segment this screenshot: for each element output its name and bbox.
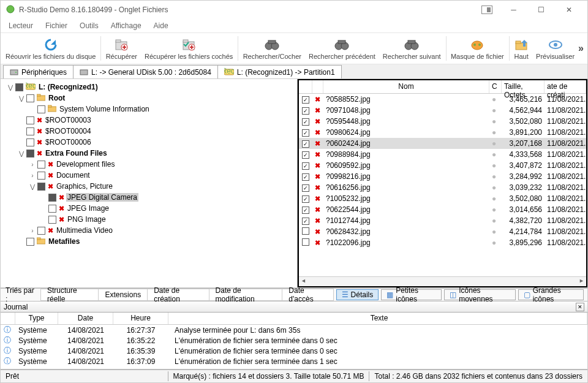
tree-twisty[interactable]: ⋁: [17, 95, 26, 102]
menu-affichage[interactable]: Affichage: [105, 20, 148, 32]
view-button-détails[interactable]: ☰Détails: [336, 289, 379, 300]
toolbar-findprev-button[interactable]: Rechercher précédent: [305, 34, 379, 63]
tree-twisty[interactable]: ⋁: [28, 183, 37, 190]
file-row[interactable]: ✓✖?1005232.jpg●3,502,08011/08/2021.: [299, 193, 586, 204]
file-row[interactable]: ✓✖?0616256.jpg●3,039,23211/08/2021.: [299, 182, 586, 193]
tree-twisty[interactable]: ⋁: [17, 150, 26, 157]
tree-checkbox[interactable]: [26, 150, 34, 157]
file-checkbox[interactable]: ✓: [302, 129, 309, 137]
minimize-button[interactable]: ─: [500, 1, 527, 19]
file-checkbox[interactable]: [302, 227, 309, 235]
file-checkbox[interactable]: ✓: [302, 118, 309, 126]
view-button-petites-icônes[interactable]: ▦Petites icônes: [381, 289, 442, 300]
tree-twisty[interactable]: ›: [28, 227, 37, 234]
toolbar-filemask-button[interactable]: Masque de fichier: [447, 34, 508, 63]
tab-1[interactable]: L: -> General UDisk 5.00 : 2d6d5084: [73, 65, 218, 78]
file-checkbox[interactable]: [302, 238, 309, 246]
file-checkbox[interactable]: ✓: [302, 140, 309, 148]
toolbar-recoverchk-button[interactable]: Récupérer les fichiers cochés: [141, 34, 236, 63]
jcol-text[interactable]: Texte: [168, 313, 587, 324]
menu-outils[interactable]: Outils: [74, 20, 105, 32]
tree-node[interactable]: ✖PNG Image: [2, 214, 296, 225]
file-row[interactable]: ✓✖?0609592.jpg●3,407,87211/08/2021.: [299, 160, 586, 171]
file-checkbox[interactable]: ✓: [302, 162, 309, 170]
tree-node[interactable]: ⋁Rec.L: (Recognized1): [2, 82, 296, 93]
tree-node[interactable]: ⋁Root: [2, 93, 296, 104]
tree-checkbox[interactable]: [48, 216, 56, 224]
tree-node[interactable]: ›✖Document: [2, 170, 296, 181]
col-name[interactable]: Nom: [323, 80, 489, 93]
file-row[interactable]: ✖?0628432.jpg●4,214,78411/08/2021.: [299, 226, 586, 237]
tree-checkbox[interactable]: [26, 94, 34, 102]
file-row[interactable]: ✓✖?0980624.jpg●3,891,20011/08/2021.: [299, 127, 586, 138]
file-row[interactable]: ✓✖?0602424.jpg●3,207,16811/08/2021.: [299, 138, 586, 149]
file-row[interactable]: ✓✖?0622544.jpg●3,014,65611/08/2021.: [299, 204, 586, 215]
file-list-header[interactable]: Nom C Taille, Octets ate de créati: [299, 80, 586, 94]
file-list-body[interactable]: ✓✖?0588552.jpg●3,465,21611/08/2021.✓✖?09…: [299, 94, 586, 276]
toolbar-findmark-button[interactable]: Rechercher/Cocher: [239, 34, 305, 63]
jcol-time[interactable]: Heure: [113, 313, 168, 324]
tree-checkbox[interactable]: [15, 83, 23, 91]
menu-aide[interactable]: Aide: [148, 20, 175, 32]
tree-checkbox[interactable]: [48, 194, 56, 202]
tree-node[interactable]: System Volume Information: [2, 104, 296, 115]
tree-node[interactable]: ⋁✖Graphics, Picture: [2, 181, 296, 192]
journal-row[interactable]: ⓘSystème14/08/202116:37:09L'énumération …: [1, 356, 587, 366]
tab-2[interactable]: Rec.L: (Recognized1) -> Partition1: [217, 65, 342, 78]
tree-checkbox[interactable]: [48, 205, 56, 213]
toolbar-preview-button[interactable]: Prévisualiser: [532, 34, 578, 63]
sort-button[interactable]: Date de modification: [209, 289, 283, 301]
file-row[interactable]: ✓✖?0971048.jpg●4,562,94411/08/2021.: [299, 105, 586, 116]
file-checkbox[interactable]: ✓: [302, 195, 309, 203]
tree-node[interactable]: ✖JPEG Digital Camera: [2, 192, 296, 203]
sort-button[interactable]: Date d'accès: [282, 289, 333, 301]
toolbar-overflow-button[interactable]: »: [578, 43, 584, 54]
file-row[interactable]: ✓✖?0595448.jpg●3,502,08011/08/2021.: [299, 116, 586, 127]
journal-close-button[interactable]: ✕: [576, 303, 584, 311]
tree-node[interactable]: ›✖Multimedia Video: [2, 225, 296, 236]
tree-node[interactable]: Metafiles: [2, 236, 296, 247]
tree-checkbox[interactable]: [26, 116, 34, 124]
tree-checkbox[interactable]: [26, 138, 34, 146]
folder-tree[interactable]: ⋁Rec.L: (Recognized1)⋁RootSystem Volume …: [1, 79, 298, 287]
horizontal-scrollbar[interactable]: [299, 276, 586, 286]
maximize-button[interactable]: ☐: [527, 1, 555, 19]
file-checkbox[interactable]: ✓: [302, 207, 309, 214]
view-button-icônes-moyennes[interactable]: ◫Icônes moyennes: [444, 289, 515, 300]
journal-row[interactable]: ⓘSystème14/08/202116:27:37Analyse termin…: [1, 325, 587, 335]
menu-lecteur[interactable]: Lecteur: [2, 20, 39, 32]
tree-checkbox[interactable]: [26, 238, 34, 246]
journal-header[interactable]: Type Date Heure Texte: [1, 313, 587, 325]
toolbar-recover-button[interactable]: Récupérer: [102, 34, 141, 63]
file-checkbox[interactable]: ✓: [302, 184, 309, 192]
file-checkbox[interactable]: ✓: [302, 151, 309, 159]
tree-node[interactable]: ›✖Development files: [2, 159, 296, 170]
tree-checkbox[interactable]: [26, 127, 34, 135]
tree-checkbox[interactable]: [37, 172, 45, 180]
sort-button[interactable]: Date de création: [147, 289, 209, 301]
jcol-type[interactable]: Type: [15, 313, 58, 324]
tree-node[interactable]: ✖JPEG Image: [2, 203, 296, 214]
col-status[interactable]: C: [489, 80, 502, 93]
tree-node[interactable]: ✖$ROOT00006: [2, 137, 296, 148]
tree-node[interactable]: ⋁✖Extra Found Files: [2, 148, 296, 159]
tree-node[interactable]: ✖$ROOT00004: [2, 126, 296, 137]
file-row[interactable]: ✓✖?0588552.jpg●3,465,21611/08/2021.: [299, 94, 586, 105]
tree-twisty[interactable]: ›: [28, 172, 37, 179]
journal-body[interactable]: ⓘSystème14/08/202116:27:37Analyse termin…: [1, 325, 587, 366]
view-button-grandes-icônes[interactable]: ▢Grandes icônes: [518, 289, 584, 300]
tree-checkbox[interactable]: [37, 183, 45, 191]
col-size[interactable]: Taille, Octets: [502, 80, 545, 93]
file-row[interactable]: ✓✖?0998216.jpg●3,284,99211/08/2021.: [299, 171, 586, 182]
journal-row[interactable]: ⓘSystème14/08/202116:35:22L'énumération …: [1, 335, 587, 346]
file-checkbox[interactable]: ✓: [302, 107, 309, 115]
tree-node[interactable]: ✖$ROOT00003: [2, 115, 296, 126]
file-row[interactable]: ✓✖?1012744.jpg●4,382,72011/08/2021.: [299, 215, 586, 226]
tree-twisty[interactable]: ›: [28, 161, 37, 168]
tree-checkbox[interactable]: [37, 227, 45, 235]
file-row[interactable]: ✖?1022096.jpg●3,895,29611/08/2021.: [299, 237, 586, 248]
toolbar-reopen-button[interactable]: Réouvrir les fichiers du disque: [2, 34, 99, 63]
toolbar-up-button[interactable]: Haut: [510, 34, 532, 63]
journal-row[interactable]: ⓘSystème14/08/202116:35:39L'énumération …: [1, 346, 587, 356]
tree-checkbox[interactable]: [37, 105, 45, 113]
